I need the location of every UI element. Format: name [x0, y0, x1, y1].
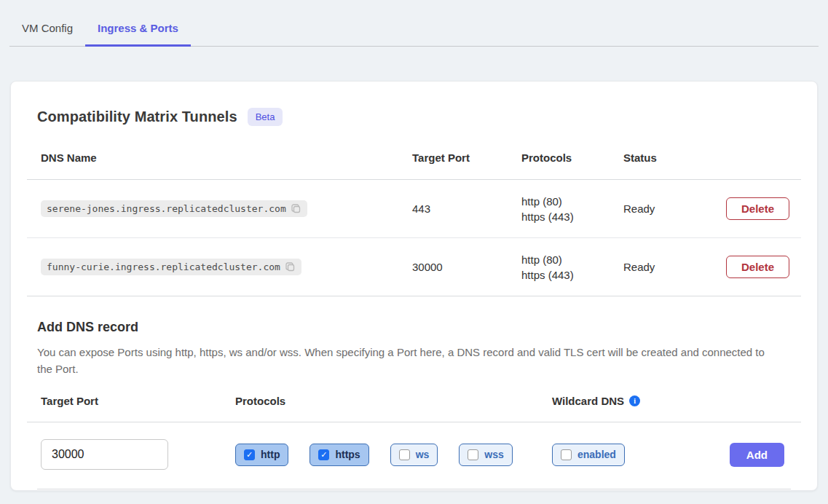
target-port-cell: 30000 — [412, 261, 521, 273]
card-title: Compatibility Matrix Tunnels — [37, 109, 237, 125]
column-header-target-port: Target Port — [412, 151, 521, 164]
checkbox-label: ws — [416, 449, 430, 460]
form-label-wildcard-dns: Wildcard DNS — [552, 395, 624, 407]
checkbox-box: ✓ — [244, 449, 255, 460]
column-header-status: Status — [623, 151, 726, 164]
checkbox-label: http — [261, 449, 280, 460]
dns-name-pill: funny-curie.ingress.replicatedcluster.co… — [41, 259, 301, 275]
copy-icon[interactable] — [285, 261, 296, 272]
add-dns-form-row: ✓ http ✓ https ✓ ws ✓ wss ✓ enabled Add — [27, 422, 801, 470]
add-button[interactable]: Add — [730, 443, 784, 467]
add-dns-record-title: Add DNS record — [27, 296, 801, 335]
checkbox-label: wss — [484, 449, 503, 460]
form-labels-row: Target Port Protocols Wildcard DNS i — [27, 377, 801, 422]
column-header-dns-name: DNS Name — [41, 151, 412, 164]
tunnels-table: DNS Name Target Port Protocols Status se… — [27, 133, 801, 296]
protocol-line: https (443) — [521, 267, 623, 283]
dns-name-pill: serene-jones.ingress.replicatedcluster.c… — [41, 200, 307, 217]
checkbox-http[interactable]: ✓ http — [235, 444, 288, 466]
dns-name-text: serene-jones.ingress.replicatedcluster.c… — [47, 203, 286, 214]
target-port-cell: 443 — [412, 202, 521, 215]
protocols-cell: http (80) https (443) — [521, 252, 623, 283]
bottom-divider — [37, 489, 791, 489]
protocol-line: http (80) — [521, 252, 623, 267]
copy-icon[interactable] — [291, 203, 301, 214]
column-header-protocols: Protocols — [521, 151, 623, 164]
delete-button[interactable]: Delete — [726, 197, 789, 220]
checkbox-label: https — [335, 449, 360, 460]
protocol-checkbox-group: ✓ http ✓ https ✓ ws ✓ wss — [235, 444, 552, 466]
checkbox-box: ✓ — [561, 449, 572, 460]
form-label-protocols: Protocols — [235, 395, 552, 407]
status-cell: Ready — [623, 202, 726, 215]
table-row: serene-jones.ingress.replicatedcluster.c… — [27, 180, 801, 238]
checkbox-wildcard-enabled[interactable]: ✓ enabled — [552, 444, 625, 466]
tunnels-card: Compatibility Matrix Tunnels Beta DNS Na… — [10, 81, 818, 491]
checkbox-ws[interactable]: ✓ ws — [390, 444, 438, 466]
tab-ingress-ports[interactable]: Ingress & Ports — [85, 16, 191, 47]
table-header-row: DNS Name Target Port Protocols Status — [27, 133, 801, 180]
form-label-target-port: Target Port — [41, 395, 235, 407]
target-port-input[interactable] — [41, 439, 168, 470]
checkbox-wss[interactable]: ✓ wss — [459, 444, 512, 466]
add-dns-record-description: You can expose Ports using http, https, … — [27, 335, 770, 377]
checkbox-label: enabled — [577, 449, 616, 460]
card-title-row: Compatibility Matrix Tunnels Beta — [27, 82, 801, 126]
protocols-cell: http (80) https (443) — [521, 194, 623, 224]
tab-vm-config[interactable]: VM Config — [9, 16, 85, 47]
table-row: funny-curie.ingress.replicatedcluster.co… — [27, 238, 801, 296]
protocol-line: https (443) — [521, 209, 623, 224]
checkbox-box: ✓ — [318, 449, 329, 460]
checkbox-box: ✓ — [468, 449, 478, 460]
checkbox-box: ✓ — [399, 449, 410, 460]
info-icon[interactable]: i — [629, 395, 640, 406]
checkbox-https[interactable]: ✓ https — [309, 444, 368, 466]
dns-name-text: funny-curie.ingress.replicatedcluster.co… — [47, 261, 280, 272]
delete-button[interactable]: Delete — [726, 256, 789, 278]
beta-badge: Beta — [248, 108, 283, 126]
status-cell: Ready — [623, 261, 726, 273]
protocol-line: http (80) — [521, 194, 623, 209]
tab-bar: VM Config Ingress & Ports — [9, 0, 819, 47]
